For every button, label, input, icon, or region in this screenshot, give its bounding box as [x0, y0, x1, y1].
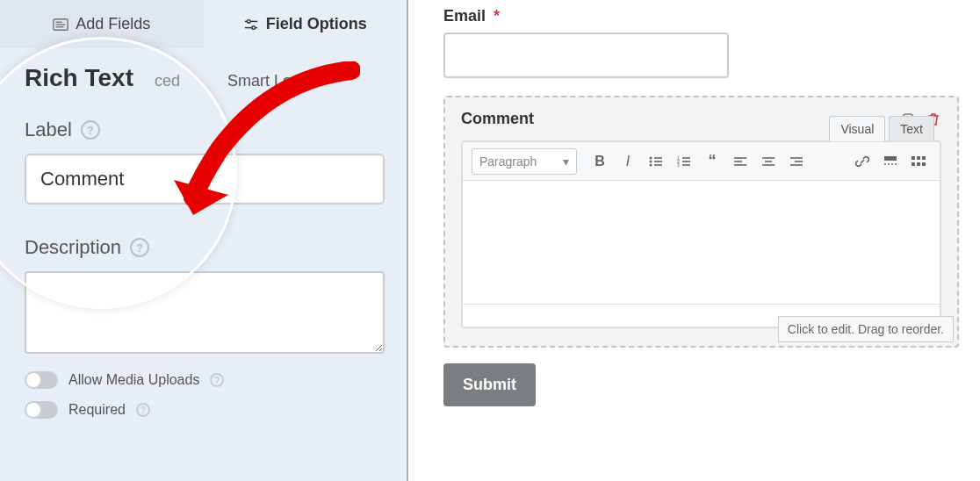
toggle-label: Allow Media Uploads [68, 372, 199, 388]
label-input[interactable] [25, 154, 385, 205]
field-options-panel: Rich Text ced Smart Logic Label ? Descri… [0, 48, 407, 366]
label-section-title: Label ? [25, 118, 382, 141]
numbered-list-button[interactable]: 123 [672, 149, 696, 174]
svg-rect-38 [922, 162, 926, 166]
label-section: Label ? [25, 118, 382, 205]
tab-add-fields[interactable]: Add Fields [0, 0, 204, 48]
help-icon[interactable]: ? [210, 373, 224, 387]
description-section-title: Description ? [25, 236, 382, 259]
required-mark: * [494, 7, 500, 25]
svg-point-12 [650, 160, 652, 162]
toolbar-toggle-button[interactable] [906, 149, 931, 174]
email-input[interactable] [443, 32, 729, 78]
toggle-required: Required ? [25, 401, 382, 419]
field-type-header: Rich Text ced Smart Logic [25, 64, 382, 92]
toggle-switch[interactable] [25, 371, 58, 389]
svg-text:3: 3 [677, 162, 680, 168]
sliders-icon [243, 18, 259, 32]
svg-rect-33 [912, 156, 915, 160]
help-icon[interactable]: ? [81, 120, 100, 140]
blockquote-button[interactable]: “ [700, 149, 724, 174]
description-section: Description ? [25, 236, 382, 357]
format-value: Paragraph [479, 154, 537, 169]
toggle-allow-media: Allow Media Uploads ? [25, 371, 382, 389]
field-type-name: Rich Text [25, 64, 133, 92]
tab-field-options[interactable]: Field Options [204, 0, 407, 48]
editor-toolbar: Paragraph ▾ B I 123 “ [463, 142, 940, 181]
svg-point-10 [650, 156, 652, 159]
svg-rect-35 [922, 156, 926, 160]
help-icon[interactable]: ? [130, 238, 149, 257]
builder-sidebar: Add Fields Field Options Rich Text ced S… [0, 0, 408, 481]
help-icon[interactable]: ? [136, 403, 150, 417]
bold-button[interactable]: B [587, 149, 612, 174]
comment-field-selected[interactable]: Comment Visual Text Paragraph ▾ B [443, 96, 959, 348]
form-preview: Email * Comment Visual Text [408, 0, 980, 481]
editor-tabs: Visual Text [829, 116, 934, 141]
svg-rect-37 [917, 162, 920, 166]
sidebar-tabs: Add Fields Field Options [0, 0, 407, 48]
tab-label: Add Fields [76, 15, 150, 33]
svg-rect-31 [884, 156, 897, 161]
align-right-button[interactable] [784, 149, 809, 174]
field-label: Comment [461, 110, 534, 128]
field-type-id-fragment: ced [155, 72, 180, 90]
italic-button[interactable]: I [616, 149, 640, 174]
insert-more-button[interactable] [878, 149, 903, 174]
section-title-text: Label [25, 118, 72, 141]
align-center-button[interactable] [756, 149, 781, 174]
reorder-hint: Click to edit. Drag to reorder. [778, 316, 954, 342]
format-dropdown[interactable]: Paragraph ▾ [472, 148, 577, 175]
chevron-down-icon: ▾ [563, 154, 569, 169]
tab-label: Field Options [266, 15, 367, 33]
toggle-label: Required [68, 402, 126, 418]
svg-point-7 [252, 25, 256, 29]
editor-content-area[interactable] [463, 181, 940, 304]
svg-point-5 [247, 19, 250, 23]
svg-rect-34 [917, 156, 920, 160]
editor-tab-visual[interactable]: Visual [829, 116, 885, 141]
bullet-list-button[interactable] [644, 149, 668, 174]
editor-tab-text[interactable]: Text [889, 116, 934, 141]
svg-rect-36 [912, 162, 915, 166]
smart-logic-link[interactable]: Smart Logic [227, 72, 382, 90]
description-textarea[interactable] [25, 271, 385, 354]
email-field[interactable]: Email * [443, 7, 959, 78]
submit-button[interactable]: Submit [443, 363, 536, 406]
toggle-switch[interactable] [25, 401, 58, 419]
align-left-button[interactable] [728, 149, 753, 174]
form-icon [53, 18, 68, 32]
rich-text-editor: Visual Text Paragraph ▾ B I 123 “ [461, 140, 941, 328]
section-title-text: Description [25, 236, 121, 259]
label-text: Email [443, 7, 486, 25]
svg-point-14 [650, 163, 652, 166]
toggle-options: Allow Media Uploads ? Required ? [0, 366, 407, 436]
link-button[interactable] [850, 149, 875, 174]
field-label: Email * [443, 7, 959, 25]
